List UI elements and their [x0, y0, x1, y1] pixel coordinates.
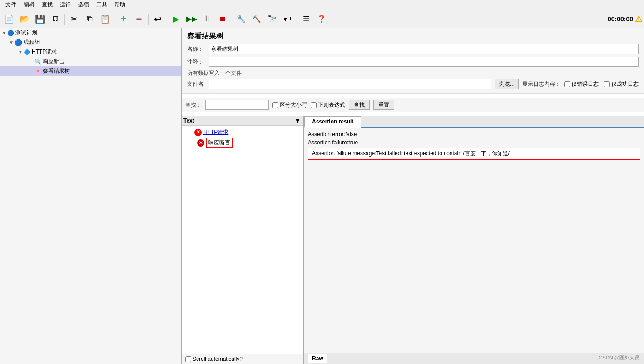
toolbar-sep-5	[232, 14, 232, 25]
main-layout: ▼ 🔵 测试计划 ▼ 🔵 线程组 ▼ 🔷 HTTP请求 🔍 响应断言 🌸 察看结…	[0, 28, 644, 364]
menu-help[interactable]: 帮助	[111, 0, 129, 10]
tool4-button[interactable]: 🏷	[280, 12, 295, 26]
warning-icon: ⚠	[635, 14, 642, 24]
scroll-text: Scroll automatically?	[193, 356, 243, 362]
menubar: 文件 编辑 查找 运行 选项 工具 帮助	[0, 0, 644, 10]
search-label: 查找：	[185, 101, 202, 109]
view-form-header: 察看结果树 名称： 注释： 所有数据写入一个文件 文件名 浏览... 显示日志内…	[182, 28, 644, 94]
tree-node-assertion[interactable]: 🔍 响应断言	[0, 57, 181, 66]
page-title: 察看结果树	[187, 32, 639, 41]
undo-button[interactable]: ↩	[150, 12, 165, 26]
results-split: Text ▼ ✕ HTTP请求 ✕ 响应断言	[182, 116, 644, 364]
log-content-label: 显示日志内容：	[522, 80, 560, 88]
name-input[interactable]	[209, 44, 639, 54]
reset-button[interactable]: 重置	[373, 100, 394, 110]
bottom-tabs: Raw	[304, 353, 644, 364]
file-row: 文件名 浏览... 显示日志内容： 仅错误日志 仅成功日志	[187, 79, 639, 89]
tool3-button[interactable]: 🔭	[265, 12, 279, 26]
tab-raw[interactable]: Raw	[308, 354, 327, 363]
name-row: 名称：	[187, 44, 639, 54]
scroll-area: Scroll automatically?	[182, 354, 303, 364]
browse-button[interactable]: 浏览...	[495, 79, 519, 89]
menu-edit[interactable]: 编辑	[20, 0, 38, 10]
menu-run[interactable]: 运行	[56, 0, 74, 10]
tree-node-viewtree[interactable]: 🌸 察看结果树	[0, 66, 181, 76]
threadgroup-label: 线程组	[24, 39, 40, 46]
search-input[interactable]	[205, 100, 269, 110]
regex-checkbox[interactable]	[311, 102, 317, 108]
toolbar-sep-6	[297, 14, 297, 25]
help-button[interactable]: ❓	[314, 12, 329, 26]
tree-node-testplan[interactable]: ▼ 🔵 测试计划	[0, 28, 181, 38]
success-log-checkbox[interactable]	[604, 81, 610, 87]
toolbar-sep-2	[114, 14, 114, 25]
tree-panel: ▼ 🔵 测试计划 ▼ 🔵 线程组 ▼ 🔷 HTTP请求 🔍 响应断言 🌸 察看结…	[0, 28, 182, 364]
result-node-assertion[interactable]: ✕ 响应断言	[183, 137, 302, 148]
testplan-label: 测试计划	[15, 29, 37, 37]
menu-tools[interactable]: 工具	[93, 0, 111, 10]
success-log-label[interactable]: 仅成功日志	[604, 80, 639, 88]
start-button[interactable]: ▶	[169, 12, 183, 26]
assertion-failure-message: Assertion failure message:Test failed: t…	[308, 148, 640, 160]
assertion-content: Assertion error:false Assertion failure:…	[304, 128, 644, 353]
case-sensitive-checkbox[interactable]	[272, 102, 278, 108]
copy-button[interactable]: ⧉	[82, 12, 97, 26]
results-tree: Text ▼ ✕ HTTP请求 ✕ 响应断言	[182, 116, 304, 364]
tree-node-threadgroup[interactable]: ▼ 🔵 线程组	[0, 38, 181, 47]
pause-button[interactable]: ⏸	[200, 12, 214, 26]
assertion-panel: Assertion result Assertion error:false A…	[304, 116, 644, 364]
menu-file[interactable]: 文件	[2, 0, 20, 10]
assertion-result-label[interactable]: 响应断言	[206, 138, 233, 148]
divider-2	[182, 114, 644, 114]
tree-node-httpreq[interactable]: ▼ 🔷 HTTP请求	[0, 47, 181, 57]
toolbar-sep-1	[64, 14, 65, 25]
paste-button[interactable]: 📋	[98, 12, 112, 26]
comment-input[interactable]	[209, 57, 639, 67]
open-button[interactable]: 📂	[17, 12, 32, 26]
toolbar-sep-3	[148, 14, 149, 25]
section-all-data: 所有数据写入一个文件	[187, 69, 639, 77]
divider-1	[182, 96, 644, 96]
comment-label: 注释：	[187, 58, 205, 66]
file-input[interactable]	[209, 79, 491, 89]
result-node-httpreq[interactable]: ✕ HTTP请求	[183, 128, 302, 137]
assertion-label: 响应断言	[43, 58, 64, 65]
menu-options[interactable]: 选项	[74, 0, 93, 10]
tab-assertion-result[interactable]: Assertion result	[304, 116, 361, 128]
regex-text: 正则表达式	[318, 101, 345, 109]
log-checkboxes: 仅错误日志 仅成功日志	[564, 80, 639, 88]
find-button[interactable]: 查找	[349, 100, 370, 110]
add-button[interactable]: +	[116, 12, 131, 26]
collapse-threadgroup[interactable]: ▼	[9, 40, 14, 45]
httpreq-result-label[interactable]: HTTP请求	[203, 128, 228, 136]
toolbar-sep-4	[167, 14, 167, 25]
httpreq-label: HTTP请求	[32, 48, 57, 56]
stop-button[interactable]: ⏹	[215, 12, 230, 26]
collapse-httpreq[interactable]: ▼	[18, 49, 23, 54]
search-bar: 查找： 区分大小写 正则表达式 查找 重置	[182, 98, 644, 112]
menu-find[interactable]: 查找	[38, 0, 56, 10]
new-button[interactable]: 📄	[2, 12, 16, 26]
list-button[interactable]: ☰	[299, 12, 313, 26]
results-dropdown-btn[interactable]: ▼	[293, 117, 302, 124]
save-button[interactable]: 💾	[33, 12, 47, 26]
scroll-checkbox[interactable]	[185, 356, 191, 362]
case-sensitive-label[interactable]: 区分大小写	[272, 101, 307, 109]
start-nopauses-button[interactable]: ▶▶	[184, 12, 199, 26]
tool2-button[interactable]: 🔨	[249, 12, 264, 26]
collapse-testplan[interactable]: ▼	[2, 30, 6, 35]
error-log-label[interactable]: 仅错误日志	[564, 80, 599, 88]
name-label: 名称：	[187, 45, 205, 53]
toolbar: 📄 📂 💾 🖫 ✂ ⧉ 📋 + − ↩ ▶ ▶▶ ⏸ ⏹ 🔧 🔨 🔭 🏷 ☰ ❓…	[0, 10, 644, 28]
saveas-button[interactable]: 🖫	[48, 12, 63, 26]
error-log-checkbox[interactable]	[564, 81, 570, 87]
scroll-checkbox-label[interactable]: Scroll automatically?	[185, 356, 300, 362]
pin-icon: 🔵	[7, 30, 14, 36]
tool1-button[interactable]: 🔧	[234, 12, 248, 26]
thread-icon: 🔵	[15, 39, 22, 46]
error-icon-assertion: ✕	[197, 139, 204, 147]
case-sensitive-text: 区分大小写	[280, 101, 307, 109]
cut-button[interactable]: ✂	[67, 12, 81, 26]
remove-button[interactable]: −	[132, 12, 146, 26]
regex-label[interactable]: 正则表达式	[311, 101, 345, 109]
